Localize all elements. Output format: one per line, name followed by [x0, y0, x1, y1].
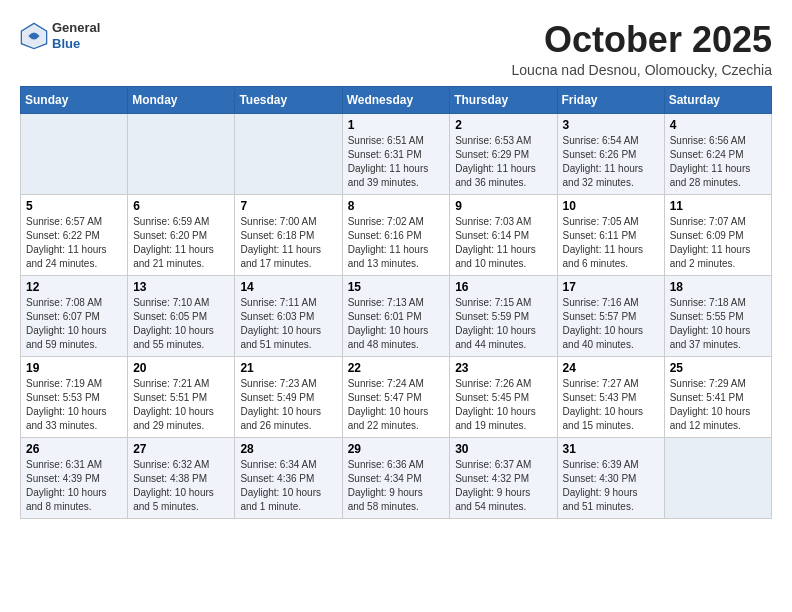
day-number: 10 [563, 199, 659, 213]
day-info: Sunrise: 7:07 AM Sunset: 6:09 PM Dayligh… [670, 215, 766, 271]
calendar-cell: 17Sunrise: 7:16 AM Sunset: 5:57 PM Dayli… [557, 275, 664, 356]
day-number: 24 [563, 361, 659, 375]
calendar-cell: 13Sunrise: 7:10 AM Sunset: 6:05 PM Dayli… [128, 275, 235, 356]
day-info: Sunrise: 7:24 AM Sunset: 5:47 PM Dayligh… [348, 377, 445, 433]
calendar-cell: 4Sunrise: 6:56 AM Sunset: 6:24 PM Daylig… [664, 113, 771, 194]
calendar-cell: 30Sunrise: 6:37 AM Sunset: 4:32 PM Dayli… [450, 437, 557, 518]
day-info: Sunrise: 7:23 AM Sunset: 5:49 PM Dayligh… [240, 377, 336, 433]
day-number: 6 [133, 199, 229, 213]
day-info: Sunrise: 7:19 AM Sunset: 5:53 PM Dayligh… [26, 377, 122, 433]
calendar-cell: 8Sunrise: 7:02 AM Sunset: 6:16 PM Daylig… [342, 194, 450, 275]
calendar-cell: 11Sunrise: 7:07 AM Sunset: 6:09 PM Dayli… [664, 194, 771, 275]
calendar-cell [128, 113, 235, 194]
day-header-sunday: Sunday [21, 86, 128, 113]
day-info: Sunrise: 6:57 AM Sunset: 6:22 PM Dayligh… [26, 215, 122, 271]
day-number: 26 [26, 442, 122, 456]
calendar-cell: 19Sunrise: 7:19 AM Sunset: 5:53 PM Dayli… [21, 356, 128, 437]
calendar-cell: 21Sunrise: 7:23 AM Sunset: 5:49 PM Dayli… [235, 356, 342, 437]
day-info: Sunrise: 6:54 AM Sunset: 6:26 PM Dayligh… [563, 134, 659, 190]
day-number: 11 [670, 199, 766, 213]
day-info: Sunrise: 7:27 AM Sunset: 5:43 PM Dayligh… [563, 377, 659, 433]
calendar-cell [235, 113, 342, 194]
day-number: 14 [240, 280, 336, 294]
day-number: 23 [455, 361, 551, 375]
calendar-cell: 16Sunrise: 7:15 AM Sunset: 5:59 PM Dayli… [450, 275, 557, 356]
calendar-cell: 14Sunrise: 7:11 AM Sunset: 6:03 PM Dayli… [235, 275, 342, 356]
day-number: 3 [563, 118, 659, 132]
day-number: 29 [348, 442, 445, 456]
calendar-cell: 27Sunrise: 6:32 AM Sunset: 4:38 PM Dayli… [128, 437, 235, 518]
calendar-cell: 12Sunrise: 7:08 AM Sunset: 6:07 PM Dayli… [21, 275, 128, 356]
logo-blue: Blue [52, 36, 100, 52]
logo-text: General Blue [52, 20, 100, 51]
day-info: Sunrise: 6:53 AM Sunset: 6:29 PM Dayligh… [455, 134, 551, 190]
calendar-week-row: 26Sunrise: 6:31 AM Sunset: 4:39 PM Dayli… [21, 437, 772, 518]
day-number: 7 [240, 199, 336, 213]
day-number: 5 [26, 199, 122, 213]
day-number: 15 [348, 280, 445, 294]
calendar-cell: 18Sunrise: 7:18 AM Sunset: 5:55 PM Dayli… [664, 275, 771, 356]
calendar-week-row: 12Sunrise: 7:08 AM Sunset: 6:07 PM Dayli… [21, 275, 772, 356]
calendar-cell: 9Sunrise: 7:03 AM Sunset: 6:14 PM Daylig… [450, 194, 557, 275]
day-header-monday: Monday [128, 86, 235, 113]
logo-general: General [52, 20, 100, 36]
day-number: 21 [240, 361, 336, 375]
day-info: Sunrise: 6:31 AM Sunset: 4:39 PM Dayligh… [26, 458, 122, 514]
day-number: 28 [240, 442, 336, 456]
day-number: 30 [455, 442, 551, 456]
calendar-cell: 23Sunrise: 7:26 AM Sunset: 5:45 PM Dayli… [450, 356, 557, 437]
calendar-week-row: 19Sunrise: 7:19 AM Sunset: 5:53 PM Dayli… [21, 356, 772, 437]
day-info: Sunrise: 6:32 AM Sunset: 4:38 PM Dayligh… [133, 458, 229, 514]
day-info: Sunrise: 6:37 AM Sunset: 4:32 PM Dayligh… [455, 458, 551, 514]
day-header-friday: Friday [557, 86, 664, 113]
calendar-week-row: 1Sunrise: 6:51 AM Sunset: 6:31 PM Daylig… [21, 113, 772, 194]
day-info: Sunrise: 7:05 AM Sunset: 6:11 PM Dayligh… [563, 215, 659, 271]
calendar-cell: 24Sunrise: 7:27 AM Sunset: 5:43 PM Dayli… [557, 356, 664, 437]
day-info: Sunrise: 7:03 AM Sunset: 6:14 PM Dayligh… [455, 215, 551, 271]
logo-icon [20, 22, 48, 50]
calendar-cell: 5Sunrise: 6:57 AM Sunset: 6:22 PM Daylig… [21, 194, 128, 275]
header: General Blue October 2025 Loucna nad Des… [20, 20, 772, 78]
day-info: Sunrise: 7:18 AM Sunset: 5:55 PM Dayligh… [670, 296, 766, 352]
day-info: Sunrise: 7:15 AM Sunset: 5:59 PM Dayligh… [455, 296, 551, 352]
calendar-cell: 10Sunrise: 7:05 AM Sunset: 6:11 PM Dayli… [557, 194, 664, 275]
calendar-cell [664, 437, 771, 518]
location-subtitle: Loucna nad Desnou, Olomoucky, Czechia [512, 62, 772, 78]
calendar-cell: 3Sunrise: 6:54 AM Sunset: 6:26 PM Daylig… [557, 113, 664, 194]
calendar-cell: 15Sunrise: 7:13 AM Sunset: 6:01 PM Dayli… [342, 275, 450, 356]
day-number: 8 [348, 199, 445, 213]
day-number: 31 [563, 442, 659, 456]
day-info: Sunrise: 6:51 AM Sunset: 6:31 PM Dayligh… [348, 134, 445, 190]
calendar-cell: 28Sunrise: 6:34 AM Sunset: 4:36 PM Dayli… [235, 437, 342, 518]
calendar-cell: 25Sunrise: 7:29 AM Sunset: 5:41 PM Dayli… [664, 356, 771, 437]
day-number: 1 [348, 118, 445, 132]
day-header-saturday: Saturday [664, 86, 771, 113]
calendar-cell: 31Sunrise: 6:39 AM Sunset: 4:30 PM Dayli… [557, 437, 664, 518]
day-number: 25 [670, 361, 766, 375]
day-info: Sunrise: 7:00 AM Sunset: 6:18 PM Dayligh… [240, 215, 336, 271]
day-info: Sunrise: 6:59 AM Sunset: 6:20 PM Dayligh… [133, 215, 229, 271]
calendar: SundayMondayTuesdayWednesdayThursdayFrid… [20, 86, 772, 519]
day-header-thursday: Thursday [450, 86, 557, 113]
title-area: October 2025 Loucna nad Desnou, Olomouck… [512, 20, 772, 78]
calendar-week-row: 5Sunrise: 6:57 AM Sunset: 6:22 PM Daylig… [21, 194, 772, 275]
day-number: 12 [26, 280, 122, 294]
calendar-header-row: SundayMondayTuesdayWednesdayThursdayFrid… [21, 86, 772, 113]
day-number: 17 [563, 280, 659, 294]
day-number: 2 [455, 118, 551, 132]
calendar-cell: 20Sunrise: 7:21 AM Sunset: 5:51 PM Dayli… [128, 356, 235, 437]
day-info: Sunrise: 7:29 AM Sunset: 5:41 PM Dayligh… [670, 377, 766, 433]
day-number: 13 [133, 280, 229, 294]
day-info: Sunrise: 7:13 AM Sunset: 6:01 PM Dayligh… [348, 296, 445, 352]
day-number: 9 [455, 199, 551, 213]
day-info: Sunrise: 7:08 AM Sunset: 6:07 PM Dayligh… [26, 296, 122, 352]
day-number: 4 [670, 118, 766, 132]
logo: General Blue [20, 20, 100, 51]
day-header-tuesday: Tuesday [235, 86, 342, 113]
calendar-cell: 1Sunrise: 6:51 AM Sunset: 6:31 PM Daylig… [342, 113, 450, 194]
day-number: 16 [455, 280, 551, 294]
day-info: Sunrise: 7:26 AM Sunset: 5:45 PM Dayligh… [455, 377, 551, 433]
month-title: October 2025 [512, 20, 772, 60]
day-info: Sunrise: 6:56 AM Sunset: 6:24 PM Dayligh… [670, 134, 766, 190]
day-info: Sunrise: 7:10 AM Sunset: 6:05 PM Dayligh… [133, 296, 229, 352]
